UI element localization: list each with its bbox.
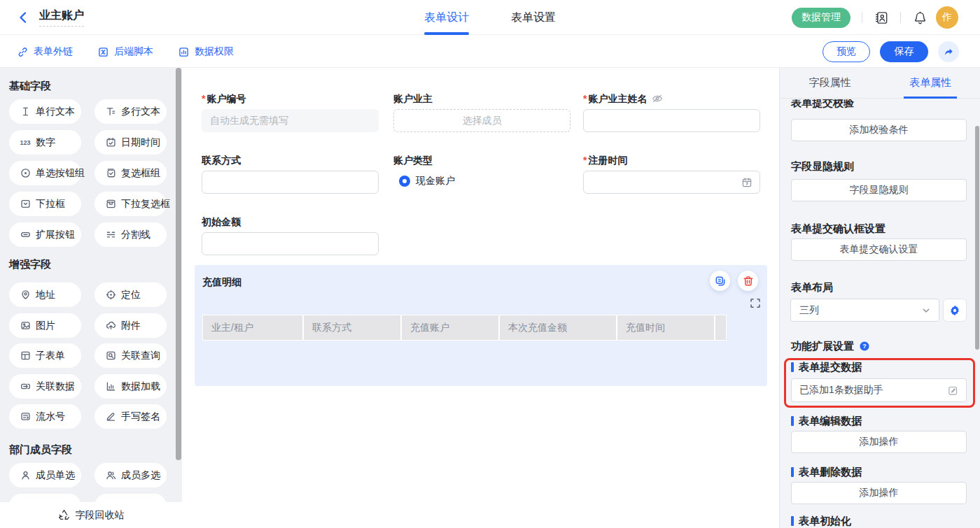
designer-toolbar: 表单外链 后端脚本 数据权限 预览 保存	[0, 36, 980, 68]
field-item-address[interactable]: 地址	[9, 283, 81, 307]
datetime-icon	[105, 137, 116, 148]
blue-bar	[791, 416, 794, 426]
field-item-multi-select[interactable]: 下拉复选框	[94, 192, 167, 216]
field-item-data-load[interactable]: 数据加载	[94, 374, 167, 399]
section-title-member-fields: 部门成员字段	[9, 443, 72, 457]
owner-member-picker[interactable]: 选择成员	[393, 109, 570, 132]
delete-icon	[743, 276, 754, 287]
share-button[interactable]	[938, 41, 959, 62]
field-item-datetime[interactable]: 日期时间	[94, 130, 167, 155]
section-title-extension-settings: 功能扩展设置 ?	[791, 341, 869, 352]
field-item-member-single[interactable]: 成员单选	[9, 463, 81, 487]
avatar[interactable]: 作	[936, 6, 958, 29]
field-item-signature[interactable]: 手写签名	[94, 404, 167, 429]
field-item-subform[interactable]: 子表单	[9, 343, 81, 368]
field-register-time[interactable]: *注册时间	[583, 155, 760, 194]
divider	[900, 12, 901, 23]
tab-field-properties[interactable]: 字段属性	[780, 68, 881, 98]
field-item-member-multi[interactable]: 成员多选	[94, 463, 167, 487]
form-canvas: *账户编号 自动生成无需填写 账户业主 选择成员 *账户业主姓名 联系方式 账户…	[182, 68, 779, 528]
field-item-serial-number[interactable]: 流水号	[9, 404, 81, 429]
field-initial-amount[interactable]: 初始金额	[202, 216, 379, 255]
panel-scroll-area: 表单提交校验 添加校验条件 字段显隐规则 字段显隐规则 表单提交确认框设置 表单…	[780, 99, 980, 528]
linked-query-icon	[105, 350, 116, 362]
bell-icon[interactable]	[912, 10, 927, 25]
attachment-icon	[105, 320, 116, 331]
serial-number-icon	[20, 411, 31, 422]
tab-form-settings[interactable]: 表单设置	[511, 0, 556, 35]
delete-button[interactable]	[738, 271, 758, 291]
field-item-image[interactable]: 图片	[9, 313, 81, 338]
column-header: 业主/租户	[203, 315, 302, 340]
field-recycle-bin-button[interactable]: 字段回收站	[0, 502, 182, 528]
member-multi-icon	[105, 470, 116, 481]
field-contact[interactable]: 联系方式	[202, 155, 379, 194]
register-time-input[interactable]	[583, 171, 760, 194]
copy-button[interactable]	[710, 271, 730, 291]
field-account-no[interactable]: *账户编号 自动生成无需填写	[202, 93, 379, 132]
address-icon	[20, 290, 31, 301]
account-no-input[interactable]: 自动生成无需填写	[202, 109, 379, 132]
form-external-link-button[interactable]: 表单外链	[18, 45, 73, 58]
sidebar-scrollbar[interactable]	[176, 68, 181, 460]
field-item-divider[interactable]: 分割线	[94, 222, 167, 247]
field-item-select[interactable]: 下拉框	[9, 192, 81, 216]
owner-name-input[interactable]	[583, 109, 760, 132]
subform-table-header: 业主/租户 联系方式 充值账户 本次充值金额 充值时间	[202, 315, 727, 341]
column-header-empty	[715, 315, 726, 340]
link-icon	[18, 47, 28, 57]
field-item-attachment[interactable]: 附件	[94, 313, 167, 338]
page-scrollbar[interactable]	[975, 126, 979, 350]
field-item-single-line-text[interactable]: 单行文本	[9, 99, 81, 124]
tab-form-design[interactable]: 表单设计	[424, 0, 469, 35]
chevron-down-icon	[922, 306, 930, 315]
required-asterisk: *	[583, 155, 587, 166]
subform-recharge-detail[interactable]: 充值明细 业主/租户 联系方式 充值账户 本次充值金额 充值时间	[195, 265, 767, 386]
field-item-multi-line-text[interactable]: 多行文本	[94, 99, 167, 124]
field-account-type[interactable]: 账户类型 现金账户	[393, 155, 570, 187]
divider	[862, 12, 862, 23]
tab-form-properties[interactable]: 表单属性	[881, 68, 980, 98]
layout-settings-button[interactable]	[943, 299, 967, 322]
field-owner[interactable]: 账户业主 选择成员	[393, 93, 570, 132]
radio-selected[interactable]	[399, 176, 410, 187]
field-owner-name[interactable]: *账户业主姓名	[583, 93, 760, 132]
properties-panel: 字段属性 表单属性 表单提交校验 添加校验条件 字段显隐规则 字段显隐规则 表单…	[779, 68, 980, 528]
required-asterisk: *	[583, 93, 587, 104]
field-item-radio-group[interactable]: 单选按钮组	[9, 161, 81, 185]
single-line-text-icon	[20, 106, 31, 117]
field-item-location[interactable]: 定位	[94, 283, 167, 307]
number-icon: 123	[20, 137, 31, 148]
column-header: 本次充值金额	[500, 315, 616, 340]
contact-input[interactable]	[202, 171, 379, 194]
expand-icon[interactable]	[750, 299, 760, 308]
delete-data-add-button[interactable]: 添加操作	[791, 482, 967, 504]
field-item-checkbox-group[interactable]: 复选框组	[94, 161, 167, 185]
preview-button[interactable]: 预览	[822, 41, 870, 62]
svg-text:?: ?	[862, 343, 866, 350]
field-item-number[interactable]: 123 数字	[9, 130, 81, 155]
question-icon[interactable]: ?	[860, 341, 869, 351]
contact-card-icon[interactable]	[874, 10, 889, 25]
add-validation-button[interactable]: 添加校验条件	[791, 119, 967, 141]
field-item-extend-button[interactable]: 扩展按钮	[9, 222, 81, 247]
save-button[interactable]: 保存	[880, 41, 928, 62]
column-header: 充值账户	[402, 315, 498, 340]
field-item-linked-data[interactable]: 关联数据	[9, 374, 81, 399]
data-permission-button[interactable]: 数据权限	[178, 45, 234, 58]
section-title-enhanced-fields: 增强字段	[9, 258, 51, 271]
submit-data-assistant-field[interactable]: 已添加1条数据助手	[791, 378, 967, 402]
section-title-submit-validation: 表单提交校验	[791, 99, 854, 108]
data-manage-button[interactable]: 数据管理	[792, 8, 850, 28]
initial-amount-input[interactable]	[202, 232, 379, 255]
edit-data-add-button[interactable]: 添加操作	[791, 431, 967, 453]
calendar-icon	[741, 177, 752, 188]
backend-script-button[interactable]: 后端脚本	[98, 45, 153, 58]
section-title-form-submit-data: 表单提交数据	[791, 362, 862, 373]
field-item-linked-query[interactable]: 关联查询	[94, 343, 167, 368]
layout-select[interactable]: 三列	[790, 299, 939, 322]
field-visibility-button[interactable]: 字段显隐规则	[791, 179, 967, 201]
active-tab-underline	[904, 97, 957, 99]
submit-confirm-button[interactable]: 表单提交确认设置	[791, 238, 967, 261]
subform-title: 充值明细	[202, 276, 241, 289]
